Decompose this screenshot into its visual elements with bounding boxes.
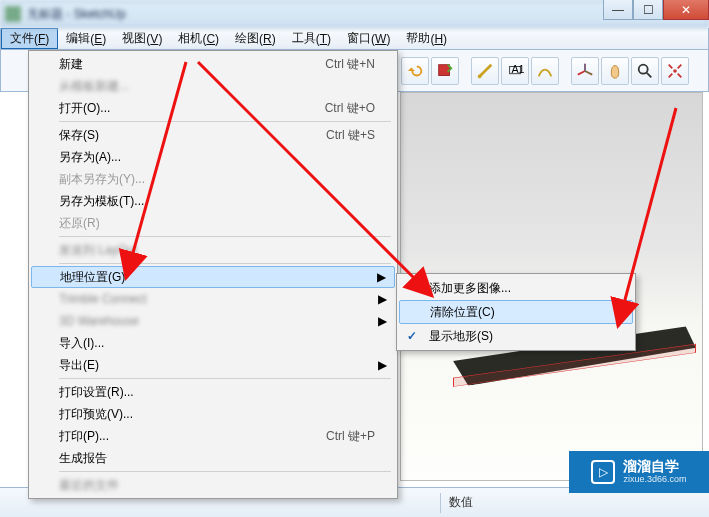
separator (59, 263, 391, 264)
menu-revert: 还原(R) (31, 212, 395, 234)
undo-button[interactable] (401, 57, 429, 85)
menu-file[interactable]: 文件(F) (1, 28, 58, 49)
menu-export[interactable]: 导出(E)▶ (31, 354, 395, 376)
geo-location-submenu: 添加更多图像... 清除位置(C) ✓显示地形(S) (396, 273, 636, 351)
menu-trimble[interactable]: Trimble Connect▶ (31, 288, 395, 310)
redo-button[interactable] (431, 57, 459, 85)
file-menu-dropdown: 新建Ctrl 键+N 从模板新建... 打开(O)...Ctrl 键+O 保存(… (28, 50, 398, 499)
menu-new[interactable]: 新建Ctrl 键+N (31, 53, 395, 75)
svg-text:A1: A1 (511, 62, 524, 74)
menu-geo-location[interactable]: 地理位置(G)▶ (31, 266, 395, 288)
text-button[interactable] (531, 57, 559, 85)
svg-point-5 (673, 69, 677, 73)
menu-print-preview[interactable]: 打印预览(V)... (31, 403, 395, 425)
menu-window[interactable]: 窗口(W) (339, 28, 398, 49)
zoom-button[interactable] (631, 57, 659, 85)
svg-point-4 (639, 64, 648, 73)
dimension-button[interactable]: A1 (501, 57, 529, 85)
separator (59, 236, 391, 237)
menu-open[interactable]: 打开(O)...Ctrl 键+O (31, 97, 395, 119)
play-icon: ▷ (591, 460, 615, 484)
menu-save-as-template[interactable]: 另存为模板(T)... (31, 190, 395, 212)
maximize-button[interactable]: ☐ (633, 0, 663, 20)
menu-print[interactable]: 打印(P)...Ctrl 键+P (31, 425, 395, 447)
menu-save-copy-as: 副本另存为(Y)... (31, 168, 395, 190)
menu-draw[interactable]: 绘图(R) (227, 28, 284, 49)
menu-help[interactable]: 帮助(H) (398, 28, 455, 49)
pan-button[interactable] (601, 57, 629, 85)
zoom-extents-button[interactable] (661, 57, 689, 85)
menu-tools[interactable]: 工具(T) (284, 28, 339, 49)
app-icon (5, 6, 21, 22)
menubar: 文件(F) 编辑(E) 视图(V) 相机(C) 绘图(R) 工具(T) 窗口(W… (0, 28, 709, 50)
window-controls: — ☐ ✕ (603, 0, 709, 20)
watermark-name: 溜溜自学 (623, 459, 686, 474)
menu-camera[interactable]: 相机(C) (170, 28, 227, 49)
axes-button[interactable] (571, 57, 599, 85)
menu-new-from-template[interactable]: 从模板新建... (31, 75, 395, 97)
separator (59, 378, 391, 379)
menu-send-layout[interactable]: 发送到 LayOut (31, 239, 395, 261)
menu-print-setup[interactable]: 打印设置(R)... (31, 381, 395, 403)
menu-warehouse[interactable]: 3D Warehouse▶ (31, 310, 395, 332)
menu-view[interactable]: 视图(V) (114, 28, 170, 49)
watermark-badge: ▷ 溜溜自学 zixue.3d66.com (569, 451, 709, 493)
menu-save[interactable]: 保存(S)Ctrl 键+S (31, 124, 395, 146)
svg-rect-0 (439, 64, 450, 75)
menu-generate-report[interactable]: 生成报告 (31, 447, 395, 469)
separator (59, 471, 391, 472)
submenu-add-more-images[interactable]: 添加更多图像... (399, 276, 633, 300)
menu-import[interactable]: 导入(I)... (31, 332, 395, 354)
submenu-clear-location[interactable]: 清除位置(C) (399, 300, 633, 324)
close-button[interactable]: ✕ (663, 0, 709, 20)
menu-edit[interactable]: 编辑(E) (58, 28, 114, 49)
check-icon: ✓ (407, 329, 417, 343)
status-divider (440, 493, 441, 513)
tape-button[interactable] (471, 57, 499, 85)
submenu-arrow-icon: ▶ (377, 270, 386, 284)
minimize-button[interactable]: — (603, 0, 633, 20)
separator (59, 121, 391, 122)
submenu-show-terrain[interactable]: ✓显示地形(S) (399, 324, 633, 348)
watermark-url: zixue.3d66.com (623, 475, 686, 485)
svg-point-1 (478, 74, 482, 78)
menu-save-as[interactable]: 另存为(A)... (31, 146, 395, 168)
menu-recent[interactable]: 最近的文件 (31, 474, 395, 496)
status-label: 数值 (449, 494, 473, 511)
